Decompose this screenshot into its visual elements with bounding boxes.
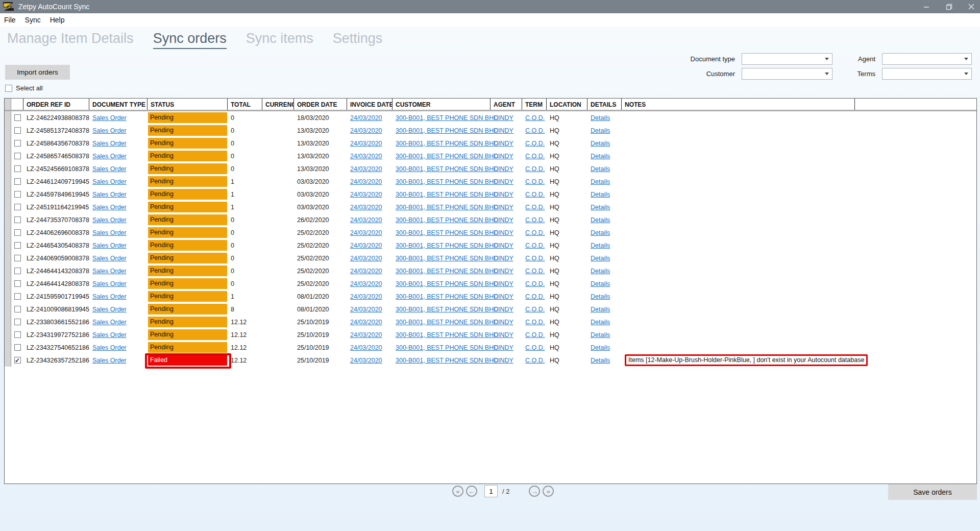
- row-header[interactable]: [5, 239, 11, 252]
- row-header[interactable]: [5, 137, 11, 150]
- row-header[interactable]: [5, 277, 11, 290]
- details-link[interactable]: Details: [587, 162, 622, 175]
- term-link[interactable]: C.O.D.: [522, 239, 547, 252]
- details-link[interactable]: Details: [587, 137, 622, 150]
- agent-link[interactable]: CINDY: [491, 188, 522, 201]
- term-link[interactable]: C.O.D.: [522, 341, 547, 354]
- invoice-date-link[interactable]: 24/03/2020: [347, 111, 393, 124]
- checkbox-icon[interactable]: [14, 229, 21, 236]
- document-type-link[interactable]: Sales Order: [89, 137, 148, 150]
- last-page-button[interactable]: »: [543, 486, 554, 497]
- document-type-select[interactable]: [742, 53, 832, 65]
- document-type-link[interactable]: Sales Order: [89, 111, 148, 124]
- invoice-date-link[interactable]: 24/03/2020: [347, 341, 393, 354]
- checkbox-icon[interactable]: [14, 319, 21, 325]
- document-type-link[interactable]: Sales Order: [89, 124, 148, 137]
- row-header[interactable]: [5, 175, 11, 188]
- term-link[interactable]: C.O.D.: [522, 328, 547, 341]
- previous-page-button[interactable]: ←: [466, 486, 477, 497]
- term-link[interactable]: C.O.D.: [522, 162, 547, 175]
- document-type-link[interactable]: Sales Order: [89, 201, 148, 213]
- row-checkbox[interactable]: [11, 124, 23, 137]
- column-header[interactable]: DOCUMENT TYPE: [89, 99, 148, 110]
- row-checkbox[interactable]: [11, 239, 23, 252]
- tab-manage-item-details[interactable]: Manage Item Details: [7, 31, 134, 49]
- document-type-link[interactable]: Sales Order: [89, 341, 148, 354]
- details-link[interactable]: Details: [587, 252, 622, 264]
- details-link[interactable]: Details: [587, 226, 622, 239]
- customer-link[interactable]: 300-B001, BEST PHONE SDN BHD: [393, 277, 491, 290]
- agent-link[interactable]: CINDY: [491, 341, 522, 354]
- row-header[interactable]: [5, 124, 11, 137]
- row-header[interactable]: [5, 201, 11, 213]
- customer-link[interactable]: 300-B001, BEST PHONE SDN BHD: [393, 226, 491, 239]
- minimize-button[interactable]: [922, 2, 931, 11]
- column-header[interactable]: DETAILS: [587, 99, 622, 110]
- checkbox-icon[interactable]: [14, 293, 21, 300]
- invoice-date-link[interactable]: 24/03/2020: [347, 188, 393, 201]
- restore-button[interactable]: [944, 2, 953, 11]
- term-link[interactable]: C.O.D.: [522, 124, 547, 137]
- term-link[interactable]: C.O.D.: [522, 175, 547, 188]
- checkbox-icon[interactable]: [14, 178, 21, 185]
- term-link[interactable]: C.O.D.: [522, 213, 547, 226]
- details-link[interactable]: Details: [587, 341, 622, 354]
- row-checkbox[interactable]: [11, 150, 23, 162]
- details-link[interactable]: Details: [587, 188, 622, 201]
- column-header[interactable]: ORDER REF ID: [23, 99, 89, 110]
- invoice-date-link[interactable]: 24/03/2020: [347, 354, 393, 367]
- details-link[interactable]: Details: [587, 303, 622, 316]
- invoice-date-link[interactable]: 24/03/2020: [347, 201, 393, 213]
- tab-settings[interactable]: Settings: [333, 31, 383, 49]
- term-link[interactable]: C.O.D.: [522, 290, 547, 303]
- document-type-link[interactable]: Sales Order: [89, 188, 148, 201]
- term-link[interactable]: C.O.D.: [522, 111, 547, 124]
- row-header[interactable]: [5, 328, 11, 341]
- row-header[interactable]: [5, 303, 11, 316]
- document-type-link[interactable]: Sales Order: [89, 264, 148, 277]
- document-type-link[interactable]: Sales Order: [89, 290, 148, 303]
- customer-link[interactable]: 300-B001, BEST PHONE SDN BHD: [393, 175, 491, 188]
- invoice-date-link[interactable]: 24/03/2020: [347, 303, 393, 316]
- term-link[interactable]: C.O.D.: [522, 303, 547, 316]
- term-link[interactable]: C.O.D.: [522, 252, 547, 264]
- document-type-link[interactable]: Sales Order: [89, 162, 148, 175]
- agent-link[interactable]: CINDY: [491, 316, 522, 328]
- checkbox-icon[interactable]: [14, 306, 21, 312]
- invoice-date-link[interactable]: 24/03/2020: [347, 264, 393, 277]
- customer-select[interactable]: [742, 68, 832, 80]
- document-type-link[interactable]: Sales Order: [89, 175, 148, 188]
- term-link[interactable]: C.O.D.: [522, 188, 547, 201]
- checkbox-icon[interactable]: [14, 165, 21, 172]
- customer-link[interactable]: 300-B001, BEST PHONE SDN BHD: [393, 239, 491, 252]
- row-header[interactable]: [5, 341, 11, 354]
- details-link[interactable]: Details: [587, 277, 622, 290]
- term-link[interactable]: C.O.D.: [522, 150, 547, 162]
- agent-link[interactable]: CINDY: [491, 303, 522, 316]
- document-type-link[interactable]: Sales Order: [89, 226, 148, 239]
- invoice-date-link[interactable]: 24/03/2020: [347, 162, 393, 175]
- document-type-link[interactable]: Sales Order: [89, 303, 148, 316]
- row-header[interactable]: [5, 316, 11, 328]
- term-link[interactable]: C.O.D.: [522, 201, 547, 213]
- tab-sync-orders[interactable]: Sync orders: [153, 31, 227, 49]
- column-header[interactable]: NOTES: [622, 99, 855, 110]
- row-checkbox[interactable]: [11, 277, 23, 290]
- customer-link[interactable]: 300-B001, BEST PHONE SDN BHD: [393, 354, 491, 367]
- select-all-checkbox[interactable]: Select all: [5, 84, 43, 92]
- row-checkbox[interactable]: [11, 175, 23, 188]
- checkbox-icon[interactable]: ✓: [14, 357, 21, 364]
- agent-select[interactable]: [882, 53, 972, 65]
- customer-link[interactable]: 300-B001, BEST PHONE SDN BHD: [393, 137, 491, 150]
- customer-link[interactable]: 300-B001, BEST PHONE SDN BHD: [393, 303, 491, 316]
- agent-link[interactable]: CINDY: [491, 201, 522, 213]
- agent-link[interactable]: CINDY: [491, 162, 522, 175]
- customer-link[interactable]: 300-B001, BEST PHONE SDN BHD: [393, 188, 491, 201]
- terms-select[interactable]: [882, 68, 972, 80]
- agent-link[interactable]: CINDY: [491, 252, 522, 264]
- agent-link[interactable]: CINDY: [491, 277, 522, 290]
- import-orders-button[interactable]: Import orders: [5, 65, 70, 80]
- row-checkbox[interactable]: [11, 328, 23, 341]
- row-header[interactable]: [5, 290, 11, 303]
- row-header[interactable]: [5, 213, 11, 226]
